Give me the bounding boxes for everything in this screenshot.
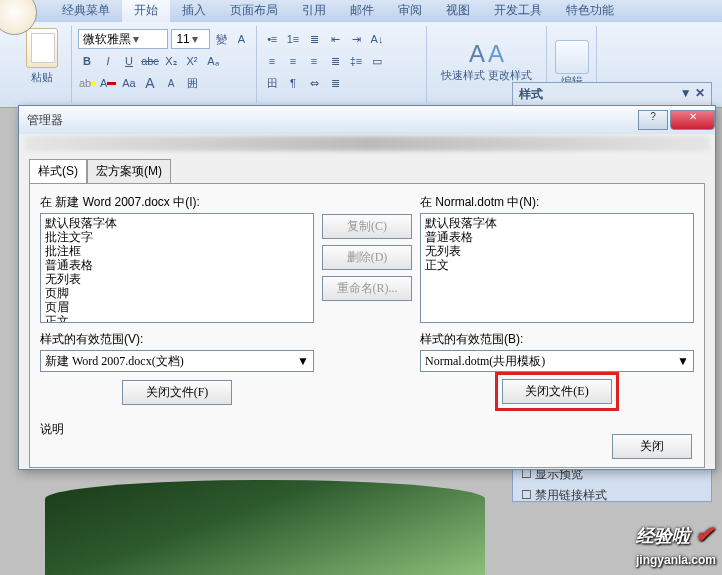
- font-color-icon[interactable]: A: [99, 74, 117, 92]
- underline-button[interactable]: U: [120, 52, 138, 70]
- paste-label: 粘贴: [31, 70, 53, 85]
- group-clipboard: 粘贴: [12, 26, 72, 103]
- align-right-icon[interactable]: ≡: [305, 52, 323, 70]
- dialog-close-icon[interactable]: ✕: [670, 110, 715, 130]
- right-column: 在 Normal.dotm 中(N): 默认段落字体 普通表格 无列表 正文 样…: [420, 194, 694, 411]
- change-case-button[interactable]: Aa: [120, 74, 138, 92]
- superscript-button[interactable]: X²: [183, 52, 201, 70]
- group-font: 微软雅黑▾ 11▾ 變 A B I U abc X₂ X² Aₐ ab A Aa…: [72, 26, 257, 103]
- document-background: [45, 480, 485, 575]
- styles-panel-dropdown-icon[interactable]: ▼: [680, 86, 692, 100]
- paste-button[interactable]: [26, 28, 58, 68]
- tab-review[interactable]: 审阅: [386, 0, 434, 22]
- para-icon[interactable]: ≣: [326, 74, 344, 92]
- char-border-icon[interactable]: 囲: [183, 74, 201, 92]
- organizer-dialog: 管理器 ? ✕ 样式(S) 宏方案项(M) 在 新建 Word 2007.doc…: [18, 105, 716, 470]
- wen-icon[interactable]: 變: [213, 30, 230, 48]
- italic-button[interactable]: I: [99, 52, 117, 70]
- list-item[interactable]: 普通表格: [425, 230, 689, 244]
- tab-references[interactable]: 引用: [290, 0, 338, 22]
- left-column: 在 新建 Word 2007.docx 中(I): 默认段落字体 批注文字 批注…: [40, 194, 314, 411]
- tab-special[interactable]: 特色功能: [554, 0, 626, 22]
- indent-inc-icon[interactable]: ⇥: [347, 30, 365, 48]
- strike-button[interactable]: abc: [141, 52, 159, 70]
- shading-icon[interactable]: ▭: [368, 52, 386, 70]
- middle-buttons: 复制(C) 删除(D) 重命名(R)...: [322, 194, 412, 411]
- bullets-icon[interactable]: ⦁≡: [263, 30, 281, 48]
- shrink-font-button[interactable]: A: [162, 74, 180, 92]
- right-listbox[interactable]: 默认段落字体 普通表格 无列表 正文: [420, 213, 694, 323]
- show-marks-icon[interactable]: ¶: [284, 74, 302, 92]
- highlight-icon[interactable]: ab: [78, 74, 96, 92]
- dialog-titlebar: 管理器 ? ✕: [19, 106, 715, 134]
- tab-layout[interactable]: 页面布局: [218, 0, 290, 22]
- list-item[interactable]: 普通表格: [45, 258, 309, 272]
- tab-mail[interactable]: 邮件: [338, 0, 386, 22]
- grow-font-button[interactable]: A: [141, 74, 159, 92]
- left-scope-combo[interactable]: 新建 Word 2007.docx(文档)▼: [40, 350, 314, 372]
- multilevel-icon[interactable]: ≣: [305, 30, 323, 48]
- grow-font-icon[interactable]: A: [233, 30, 250, 48]
- list-item[interactable]: 页眉: [45, 300, 309, 314]
- styles-panel-close-icon[interactable]: ✕: [695, 86, 705, 100]
- font-name-combo[interactable]: 微软雅黑▾: [78, 29, 168, 49]
- list-item[interactable]: 正文: [45, 314, 309, 323]
- clear-format-icon[interactable]: Aₐ: [204, 52, 222, 70]
- find-icon[interactable]: [555, 40, 589, 74]
- tab-home[interactable]: 开始: [122, 0, 170, 22]
- change-styles-icon[interactable]: A: [488, 40, 504, 68]
- right-scope-combo[interactable]: Normal.dotm(共用模板)▼: [420, 350, 694, 372]
- tab-developer[interactable]: 开发工具: [482, 0, 554, 22]
- tab-insert[interactable]: 插入: [170, 0, 218, 22]
- dialog-blur: [25, 136, 709, 151]
- change-styles-label: 更改样式: [488, 68, 532, 83]
- line-spacing-icon[interactable]: ‡≡: [347, 52, 365, 70]
- tab-styles[interactable]: 样式(S): [29, 159, 87, 183]
- numbering-icon[interactable]: 1≡: [284, 30, 302, 48]
- dialog-title: 管理器: [27, 112, 63, 129]
- left-scope-label: 样式的有效范围(V):: [40, 331, 314, 348]
- border-icon[interactable]: 田: [263, 74, 281, 92]
- list-item[interactable]: 默认段落字体: [45, 216, 309, 230]
- sort-icon[interactable]: A↓: [368, 30, 386, 48]
- list-item[interactable]: 无列表: [425, 244, 689, 258]
- list-item[interactable]: 正文: [425, 258, 689, 272]
- delete-button[interactable]: 删除(D): [322, 245, 412, 270]
- ribbon-tabs: 经典菜单 开始 插入 页面布局 引用 邮件 审阅 视图 开发工具 特色功能: [0, 0, 722, 22]
- dialog-tabs: 样式(S) 宏方案项(M): [29, 159, 705, 183]
- watermark: 经验啦 ✔ jingyanla.com: [636, 522, 716, 569]
- group-paragraph: ⦁≡ 1≡ ≣ ⇤ ⇥ A↓ ≡ ≡ ≡ ≣ ‡≡ ▭ 田 ¶ ⇔ ≣: [257, 26, 427, 103]
- quick-styles-icon[interactable]: A: [469, 40, 485, 68]
- close-file-right-button[interactable]: 关闭文件(E): [502, 379, 612, 404]
- align-center-icon[interactable]: ≡: [284, 52, 302, 70]
- dialog-help-icon[interactable]: ?: [638, 110, 668, 130]
- tab-macros[interactable]: 宏方案项(M): [87, 159, 171, 183]
- quick-styles-label: 快速样式: [441, 68, 485, 83]
- list-item[interactable]: 无列表: [45, 272, 309, 286]
- font-size-combo[interactable]: 11▾: [171, 29, 209, 49]
- align-left-icon[interactable]: ≡: [263, 52, 281, 70]
- tab-view[interactable]: 视图: [434, 0, 482, 22]
- tab-classic[interactable]: 经典菜单: [50, 0, 122, 22]
- list-item[interactable]: 默认段落字体: [425, 216, 689, 230]
- indent-dec-icon[interactable]: ⇤: [326, 30, 344, 48]
- right-in-label: 在 Normal.dotm 中(N):: [420, 194, 694, 211]
- dist-icon[interactable]: ⇔: [305, 74, 323, 92]
- list-item[interactable]: 批注框: [45, 244, 309, 258]
- left-listbox[interactable]: 默认段落字体 批注文字 批注框 普通表格 无列表 页脚 页眉 正文: [40, 213, 314, 323]
- left-in-label: 在 新建 Word 2007.docx 中(I):: [40, 194, 314, 211]
- justify-icon[interactable]: ≣: [326, 52, 344, 70]
- subscript-button[interactable]: X₂: [162, 52, 180, 70]
- disable-linked-checkbox[interactable]: ☐ 禁用链接样式: [513, 485, 711, 506]
- list-item[interactable]: 批注文字: [45, 230, 309, 244]
- rename-button[interactable]: 重命名(R)...: [322, 276, 412, 301]
- close-file-left-button[interactable]: 关闭文件(F): [122, 380, 232, 405]
- copy-button[interactable]: 复制(C): [322, 214, 412, 239]
- dialog-close-button[interactable]: 关闭: [612, 434, 692, 459]
- description-label: 说明: [40, 421, 694, 438]
- right-scope-label: 样式的有效范围(B):: [420, 331, 694, 348]
- highlight-box: 关闭文件(E): [495, 372, 619, 411]
- styles-panel-title: 样式 ▼ ✕: [513, 83, 711, 106]
- bold-button[interactable]: B: [78, 52, 96, 70]
- list-item[interactable]: 页脚: [45, 286, 309, 300]
